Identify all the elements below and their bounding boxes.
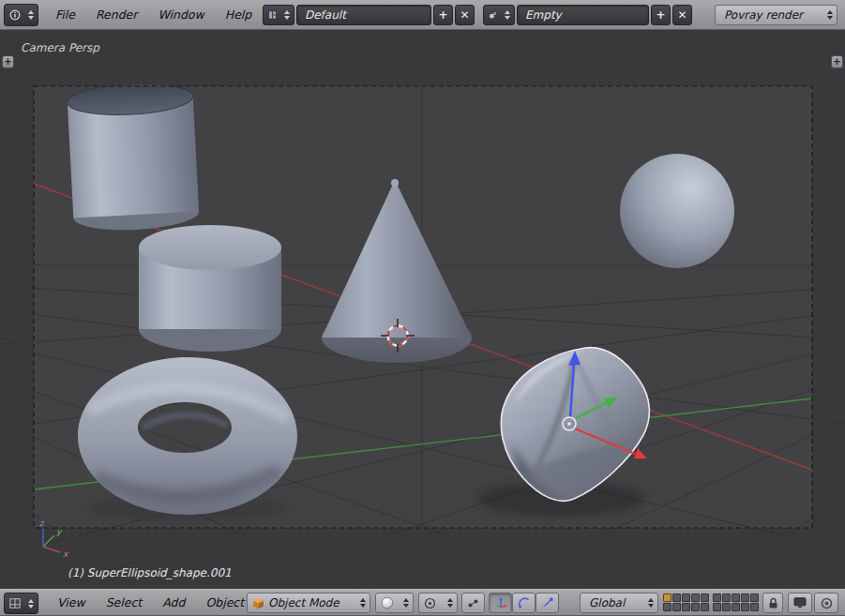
view3d-menubar: View Select Add Object — [47, 590, 254, 615]
pivot-point-select[interactable] — [418, 593, 458, 613]
viewport-header: View Select Add Object Object Mode — [0, 589, 845, 616]
scene-icon — [489, 9, 497, 21]
menu-view[interactable]: View — [47, 595, 96, 609]
viewport-shading-select[interactable] — [375, 593, 414, 613]
stepper-arrows-icon — [280, 10, 294, 20]
layout-delete-button[interactable]: ✕ — [455, 5, 475, 25]
view-name-label: Camera Persp — [21, 41, 99, 54]
lock-icon — [768, 597, 778, 609]
layer-toggle[interactable] — [663, 603, 671, 611]
layer-toggle[interactable] — [741, 593, 749, 602]
layer-toggle[interactable] — [722, 603, 731, 611]
layout-browse-button[interactable] — [263, 5, 294, 25]
viewport-3d-icon — [9, 597, 21, 609]
menu-help[interactable]: Help — [215, 8, 263, 22]
menu-add[interactable]: Add — [152, 595, 195, 609]
menu-select[interactable]: Select — [96, 595, 153, 609]
active-object-label: (1) SuperEllipsoid_shape.001 — [68, 566, 232, 579]
properties-expand-button[interactable]: + — [831, 55, 843, 68]
layer-toggle[interactable] — [732, 603, 740, 611]
layer-toggle[interactable] — [713, 593, 721, 602]
layers-group-1 — [663, 593, 709, 611]
viewport-3d[interactable]: x y z Camera Persp (1) SuperEllipsoid_sh… — [0, 30, 845, 589]
shading-sphere-icon — [381, 596, 394, 609]
editor-type-selector-info[interactable] — [4, 4, 38, 26]
editor-type-selector-3dview[interactable] — [4, 593, 38, 614]
layer-toggle[interactable] — [722, 593, 731, 602]
mode-select[interactable]: Object Mode — [247, 593, 370, 613]
menu-window[interactable]: Window — [147, 8, 214, 22]
stepper-arrows-icon — [644, 598, 657, 608]
blender-window: File Render Window Help Default + ✕ — [0, 0, 845, 616]
scene-delete-button[interactable]: ✕ — [672, 5, 692, 25]
layer-toggle[interactable] — [663, 593, 671, 602]
menu-object[interactable]: Object — [195, 595, 254, 609]
render-engine-select[interactable]: Povray render — [715, 5, 837, 25]
layers-group-2 — [713, 593, 759, 611]
short-cylinder-object[interactable] — [139, 225, 281, 352]
top-menubar: File Render Window Help — [45, 0, 262, 29]
layer-toggle[interactable] — [682, 593, 690, 602]
layer-toggle[interactable] — [682, 603, 690, 611]
layer-toggle[interactable] — [672, 593, 681, 602]
translate-icon — [494, 596, 507, 609]
layer-toggle[interactable] — [750, 603, 759, 611]
stepper-arrows-icon — [823, 10, 837, 20]
render-engine-value: Povray render — [724, 8, 803, 22]
layout-add-button[interactable]: + — [433, 5, 453, 25]
orientation-value: Global — [589, 596, 625, 609]
manipulate-center-points-toggle[interactable] — [461, 593, 485, 613]
render-opengl-anim-button[interactable] — [814, 593, 838, 613]
scene-name-value: Empty — [525, 8, 562, 22]
scene-browse-button[interactable] — [483, 5, 515, 25]
manipulator-translate-toggle[interactable] — [489, 593, 512, 613]
toolshelf-expand-button[interactable]: + — [2, 55, 14, 68]
mode-value: Object Mode — [268, 596, 340, 609]
pivot-icon — [424, 597, 436, 609]
layer-toggle[interactable] — [713, 603, 721, 611]
layer-toggle[interactable] — [741, 603, 749, 611]
lock-camera-toggle[interactable] — [762, 593, 783, 613]
viewport-canvas[interactable]: x y z — [0, 30, 845, 589]
scale-icon — [541, 596, 554, 609]
manipulator-scale-toggle[interactable] — [536, 593, 559, 613]
tall-cylinder-object[interactable] — [67, 82, 200, 233]
monitor-icon — [793, 597, 807, 608]
stepper-arrows-icon — [24, 599, 38, 608]
layer-toggle[interactable] — [691, 603, 700, 611]
layer-toggle[interactable] — [701, 603, 709, 611]
layer-toggle[interactable] — [701, 593, 709, 602]
menu-file[interactable]: File — [45, 8, 85, 22]
layer-toggle[interactable] — [691, 593, 700, 602]
scene-name-field[interactable]: Empty — [517, 5, 649, 25]
rotate-icon — [518, 596, 531, 609]
info-header: File Render Window Help Default + ✕ — [0, 0, 845, 30]
screen-layout-icon — [268, 9, 277, 21]
sphere-object[interactable] — [620, 154, 734, 268]
transform-orientation-select[interactable]: Global — [580, 593, 658, 613]
stepper-arrows-icon — [400, 598, 413, 608]
stepper-arrows-icon — [501, 10, 514, 20]
render-opengl-button[interactable] — [788, 593, 812, 613]
layer-toggle[interactable] — [732, 593, 740, 602]
info-icon — [9, 8, 21, 22]
layer-toggle[interactable] — [750, 593, 759, 602]
manipulator-rotate-toggle[interactable] — [512, 593, 536, 613]
layout-name-value: Default — [305, 8, 346, 22]
layout-name-field[interactable]: Default — [296, 5, 431, 25]
circle-icon — [821, 597, 833, 609]
layer-toggle[interactable] — [672, 603, 681, 611]
stepper-arrows-icon — [24, 10, 38, 20]
object-mode-cube-icon — [252, 597, 264, 609]
scene-add-button[interactable]: + — [651, 5, 671, 25]
menu-render[interactable]: Render — [85, 8, 148, 22]
stepper-arrows-icon — [444, 598, 457, 608]
center-points-icon — [467, 597, 479, 609]
stepper-arrows-icon — [356, 598, 370, 608]
